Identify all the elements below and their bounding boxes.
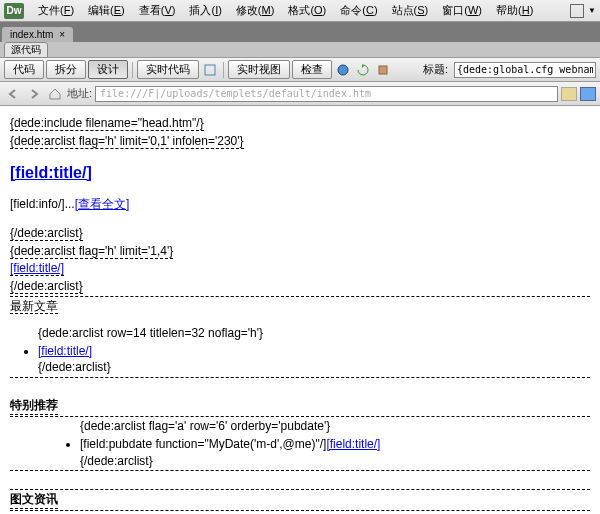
template-text: [field:pubdate function="MyDate('m-d',@m… xyxy=(80,437,326,451)
field-title-link[interactable]: [field:title/] xyxy=(10,164,92,181)
refresh-icon[interactable] xyxy=(354,61,372,79)
template-text: [field:info/]... xyxy=(10,197,75,211)
svg-rect-2 xyxy=(379,66,387,74)
divider xyxy=(10,416,590,417)
view-toolbar: 代码 拆分 设计 实时代码 实时视图 检查 标题: xyxy=(0,58,600,82)
template-tag: {/dede:arclist} xyxy=(80,454,153,468)
field-title-link[interactable]: [field:title/] xyxy=(326,437,380,451)
tab-index[interactable]: index.htm × xyxy=(2,27,73,42)
template-tag: {dede:include filename="head.htm"/} xyxy=(10,116,204,131)
divider xyxy=(10,510,590,511)
address-toolbar: 地址: xyxy=(0,82,600,106)
address-input[interactable] xyxy=(95,86,558,102)
separator xyxy=(132,62,133,78)
template-tag: {dede:arclist flag='a' row='6' orderby='… xyxy=(80,419,330,433)
menu-modify[interactable]: 修改(M) xyxy=(230,1,281,20)
book-icon[interactable] xyxy=(374,61,392,79)
address-label: 地址: xyxy=(67,86,92,101)
field-title-link[interactable]: [field:title/] xyxy=(10,261,64,276)
list-item: [field:pubdate function="MyDate('m-d',@m… xyxy=(80,436,590,470)
divider xyxy=(10,489,590,490)
template-tag: {dede:arclist flag='h' limit='1,4'} xyxy=(10,244,173,259)
menu-view[interactable]: 查看(V) xyxy=(133,1,182,20)
divider xyxy=(10,296,590,297)
menubar: Dw 文件(F) 编辑(E) 查看(V) 插入(I) 修改(M) 格式(O) 命… xyxy=(0,0,600,22)
template-tag: {/dede:arclist} xyxy=(10,226,83,241)
code-button[interactable]: 代码 xyxy=(4,60,44,79)
readmore-link[interactable]: [查看全文] xyxy=(75,197,130,211)
menu-command[interactable]: 命令(C) xyxy=(334,1,383,20)
menu-format[interactable]: 格式(O) xyxy=(282,1,332,20)
menu-window[interactable]: 窗口(W) xyxy=(436,1,488,20)
field-title-link[interactable]: [field:title/] xyxy=(38,344,92,358)
tab-label: index.htm xyxy=(10,29,53,40)
list: [field:title/]{/dede:arclist} xyxy=(10,343,590,377)
svg-rect-0 xyxy=(205,65,215,75)
chevron-down-icon[interactable]: ▼ xyxy=(588,6,596,15)
home-icon[interactable] xyxy=(46,85,64,103)
template-tag: {/dede:arclist} xyxy=(10,279,83,294)
template-tag: {/dede:arclist} xyxy=(38,360,111,374)
list-item: [field:title/]{/dede:arclist} xyxy=(38,343,590,377)
svg-point-1 xyxy=(338,65,348,75)
inspect-icon[interactable] xyxy=(201,61,219,79)
menu-help[interactable]: 帮助(H) xyxy=(490,1,539,20)
app-logo: Dw xyxy=(4,3,24,19)
layout-icon[interactable] xyxy=(570,4,584,18)
template-tag: {dede:arclist flag='h' limit='0,1' infol… xyxy=(10,134,244,149)
list: [field:pubdate function="MyDate('m-d',@m… xyxy=(10,436,590,470)
design-button[interactable]: 设计 xyxy=(88,60,128,79)
folder-icon[interactable] xyxy=(561,87,577,101)
close-icon[interactable]: × xyxy=(59,29,65,40)
menu-insert[interactable]: 插入(I) xyxy=(183,1,227,20)
template-tag: {dede:arclist row=14 titlelen=32 noflag=… xyxy=(38,326,263,340)
design-view[interactable]: {dede:include filename="head.htm"/} {ded… xyxy=(0,106,600,514)
document-tabbar: index.htm × xyxy=(0,22,600,42)
tab-source[interactable]: 源代码 xyxy=(4,42,48,58)
globe-icon[interactable] xyxy=(334,61,352,79)
download-icon[interactable] xyxy=(580,87,596,101)
source-bar: 源代码 xyxy=(0,42,600,58)
inspect-button[interactable]: 检查 xyxy=(292,60,332,79)
forward-icon[interactable] xyxy=(25,85,43,103)
title-input[interactable] xyxy=(454,62,596,78)
separator xyxy=(223,62,224,78)
section-label: 最新文章 xyxy=(10,299,58,314)
liveview-button[interactable]: 实时视图 xyxy=(228,60,290,79)
section-heading: 特别推荐 xyxy=(10,397,58,415)
menu-edit[interactable]: 编辑(E) xyxy=(82,1,131,20)
menu-site[interactable]: 站点(S) xyxy=(386,1,435,20)
section-heading: 图文资讯 xyxy=(10,491,58,509)
menu-file[interactable]: 文件(F) xyxy=(32,1,80,20)
livecode-button[interactable]: 实时代码 xyxy=(137,60,199,79)
split-button[interactable]: 拆分 xyxy=(46,60,86,79)
back-icon[interactable] xyxy=(4,85,22,103)
title-label: 标题: xyxy=(423,62,448,77)
